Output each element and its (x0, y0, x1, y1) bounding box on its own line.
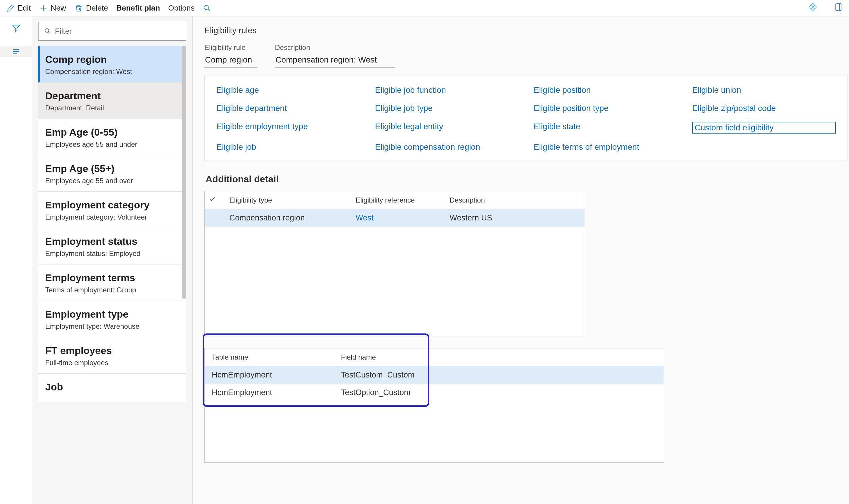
cell-table: HcmEmployment (212, 388, 341, 397)
cell-desc: Western US (449, 213, 581, 222)
office-button[interactable] (834, 2, 843, 14)
filter-input-wrap[interactable] (38, 22, 186, 40)
plus-icon (39, 4, 48, 13)
attach-button[interactable] (808, 2, 817, 14)
link-eligible-legal-entity[interactable]: Eligible legal entity (375, 122, 534, 133)
rule-sub: Employment type: Warehouse (45, 322, 179, 330)
link-eligible-state[interactable]: Eligible state (534, 122, 692, 133)
link-eligible-job-function[interactable]: Eligible job function (375, 86, 534, 95)
check-column[interactable] (209, 196, 229, 204)
link-eligible-position-type[interactable]: Eligible position type (534, 104, 692, 113)
rule-title: Comp region (45, 54, 179, 65)
link-eligible-job[interactable]: Eligible job (216, 142, 375, 152)
edit-button[interactable]: Edit (6, 3, 31, 13)
options-label: Options (168, 3, 195, 13)
rule-item[interactable]: FT employees Full-time employees (38, 337, 186, 374)
edit-label: Edit (18, 3, 31, 13)
check-icon (209, 196, 216, 203)
rule-title: Emp Age (0-55) (45, 127, 179, 138)
link-eligible-zip[interactable]: Eligible zip/postal code (692, 104, 836, 113)
edit-icon (6, 4, 15, 13)
section-additional-detail: Additional detail (206, 174, 849, 185)
rule-item[interactable]: Employment type Employment type: Warehou… (38, 301, 186, 337)
link-eligible-comp-region[interactable]: Eligible compensation region (375, 142, 534, 152)
cell-ref[interactable]: West (356, 213, 449, 222)
rule-sub: Compensation region: West (45, 68, 179, 76)
new-button[interactable]: New (39, 3, 66, 13)
link-custom-field-eligibility[interactable]: Custom field eligibility (692, 122, 836, 133)
main-content: Eligibility rules Eligibility rule Comp … (193, 16, 849, 504)
field-label: Eligibility rule (205, 43, 257, 52)
rule-list[interactable]: Comp region Compensation region: West De… (38, 46, 186, 401)
rule-title: Employment terms (45, 272, 179, 284)
rule-title: Job (45, 381, 179, 393)
grid-row[interactable]: Compensation region West Western US (205, 209, 585, 227)
header-fields: Eligibility rule Comp region Description… (205, 43, 849, 68)
delete-label: Delete (86, 3, 108, 13)
trash-icon (74, 4, 83, 13)
grid-row[interactable]: HcmEmployment TestCustom_Custom (205, 366, 664, 384)
options-button[interactable]: Options (168, 3, 195, 13)
rule-item[interactable]: Emp Age (0-55) Employees age 55 and unde… (38, 119, 186, 155)
office-icon (834, 2, 843, 12)
link-grid: Eligible age Eligible job function Eligi… (216, 86, 836, 152)
grid-row[interactable]: HcmEmployment TestOption_Custom (205, 384, 664, 401)
rule-item[interactable]: Employment category Employment category:… (38, 192, 186, 228)
rule-title: FT employees (45, 345, 179, 356)
search-button[interactable] (202, 4, 211, 13)
col-field-name[interactable]: Field name (341, 353, 659, 361)
benefit-plan-button[interactable]: Benefit plan (116, 3, 160, 13)
custom-field-grid[interactable]: Table name Field name HcmEmployment Test… (205, 348, 664, 463)
list-panel: Comp region Compensation region: West De… (32, 16, 193, 504)
field-value[interactable]: Compensation region: West (275, 53, 395, 68)
cell-field: TestOption_Custom (341, 388, 659, 397)
rule-item[interactable]: Job (38, 374, 186, 401)
rule-title: Emp Age (55+) (45, 163, 179, 174)
filter-input[interactable] (55, 27, 181, 36)
svg-point-0 (204, 5, 209, 10)
search-icon (44, 27, 51, 35)
list-icon (12, 47, 21, 56)
rule-sub: Employment category: Volunteer (45, 213, 179, 221)
rail-filter-button[interactable] (11, 22, 22, 34)
rule-sub: Employees age 55 and under (45, 140, 179, 148)
svg-point-1 (45, 29, 49, 32)
rule-item[interactable]: Emp Age (55+) Employees age 55 and over (38, 155, 186, 192)
field-value[interactable]: Comp region (205, 53, 257, 68)
benefit-plan-label: Benefit plan (116, 3, 160, 13)
eligibility-detail-grid[interactable]: Eligibility type Eligibility reference D… (205, 191, 585, 336)
rule-item[interactable]: Employment status Employment status: Emp… (38, 228, 186, 265)
funnel-icon (12, 23, 21, 33)
col-description[interactable]: Description (449, 196, 581, 204)
col-table-name[interactable]: Table name (212, 353, 341, 361)
delete-button[interactable]: Delete (74, 3, 108, 13)
rule-sub: Terms of employment: Group (45, 286, 179, 294)
rule-item-comp-region[interactable]: Comp region Compensation region: West (38, 46, 186, 83)
scrollbar[interactable] (182, 46, 186, 299)
field-description: Description Compensation region: West (275, 43, 395, 68)
field-eligibility-rule: Eligibility rule Comp region (205, 43, 257, 68)
rule-title: Employment category (45, 199, 179, 211)
rule-sub: Department: Retail (45, 104, 179, 112)
new-label: New (51, 3, 66, 13)
link-eligible-job-type[interactable]: Eligible job type (375, 104, 534, 113)
rule-title: Employment status (45, 236, 179, 247)
rule-item-department[interactable]: Department Department: Retail (38, 83, 186, 119)
link-eligible-union[interactable]: Eligible union (692, 86, 836, 95)
rule-title: Employment type (45, 308, 179, 320)
page-title: Eligibility rules (205, 26, 849, 35)
search-icon (202, 4, 211, 13)
rule-sub: Employment status: Employed (45, 250, 179, 258)
link-eligible-department[interactable]: Eligible department (216, 104, 375, 113)
rail-list-button[interactable] (0, 46, 32, 57)
col-eligibility-ref[interactable]: Eligibility reference (356, 196, 449, 204)
rule-item[interactable]: Employment terms Terms of employment: Gr… (38, 265, 186, 301)
link-eligible-terms[interactable]: Eligible terms of employment (534, 142, 692, 152)
nav-rail (0, 16, 32, 504)
cell-table: HcmEmployment (212, 371, 341, 380)
link-eligible-employment-type[interactable]: Eligible employment type (216, 122, 375, 133)
cell-type: Compensation region (229, 213, 356, 222)
link-eligible-position[interactable]: Eligible position (534, 86, 692, 95)
link-eligible-age[interactable]: Eligible age (216, 86, 375, 95)
col-eligibility-type[interactable]: Eligibility type (229, 196, 356, 204)
